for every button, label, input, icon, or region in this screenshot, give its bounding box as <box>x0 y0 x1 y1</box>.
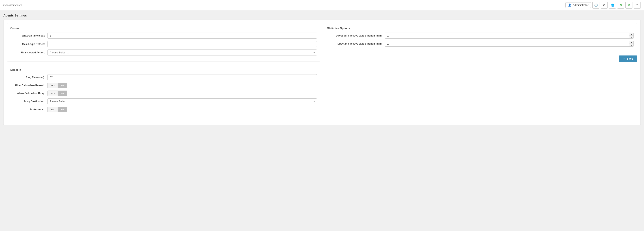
busy-dest-label: Busy Destination: <box>10 100 48 103</box>
unanswered-label: Unanswered Action: <box>10 51 48 54</box>
max-login-label: Max. Login Retries: <box>10 43 48 46</box>
busy-dest-select[interactable]: Please Select ... <box>48 98 317 104</box>
allow-paused-row: Allow Calls when Paused: Yes No <box>10 83 317 88</box>
two-col-layout: General Wrap-up time (sec): Max. Login R… <box>7 23 637 121</box>
direct-in-section-title: Direct In <box>10 68 317 71</box>
help-icon: ? <box>636 3 638 7</box>
direct-in-eff-label: Direct in effective calls duration (min)… <box>327 42 385 45</box>
allow-paused-toggle: Yes No <box>48 83 67 88</box>
general-section-title: General <box>10 27 317 30</box>
wrapup-input[interactable] <box>48 32 317 38</box>
refresh-green-icon: ↻ <box>620 3 622 7</box>
allow-busy-label: Allow Calls when Busy: <box>10 92 48 95</box>
refresh-green-button[interactable]: ↻ <box>617 2 624 9</box>
save-button[interactable]: ✓ Save <box>619 55 637 62</box>
user-icon: 👤 <box>568 3 571 6</box>
clock-icon: 🕐 <box>594 3 598 7</box>
admin-button[interactable]: 👤 Administrator <box>565 2 591 8</box>
ring-time-input[interactable] <box>48 74 317 80</box>
direct-in-decrement-button[interactable]: ▼ <box>629 44 634 46</box>
wrapup-row: Wrap-up time (sec): <box>10 32 317 38</box>
allow-busy-row: Allow Calls when Busy: Yes No <box>10 91 317 96</box>
direct-out-spinner: ▲ ▼ <box>385 32 634 38</box>
unanswered-select[interactable]: Please Select ... <box>48 49 317 55</box>
gear-icon: ⚙ <box>603 3 606 7</box>
allow-paused-label: Allow Calls when Paused: <box>10 84 48 87</box>
allow-busy-toggle: Yes No <box>48 91 67 96</box>
navbar: ContactCenter ▾ 👤 Administrator 🕐 ⚙ 🌐 ↻ … <box>0 0 644 10</box>
voicemail-yes-button[interactable]: Yes <box>48 107 58 112</box>
help-button[interactable]: ? <box>634 2 641 9</box>
allow-paused-yes-button[interactable]: Yes <box>48 83 58 88</box>
direct-in-spinner: ▲ ▼ <box>385 41 634 47</box>
brand-name: ContactCenter <box>3 3 564 7</box>
save-section: ✓ Save <box>324 55 637 62</box>
direct-in-row: Direct in effective calls duration (min)… <box>327 41 634 47</box>
allow-busy-no-button[interactable]: No <box>58 91 67 96</box>
direct-in-input[interactable] <box>385 41 629 46</box>
max-login-input[interactable] <box>48 41 317 47</box>
voicemail-no-button[interactable]: No <box>58 107 67 112</box>
admin-label: Administrator <box>572 3 588 6</box>
direct-in-spinner-btns: ▲ ▼ <box>629 41 634 46</box>
page-content: Agents Settings General Wrap-up time (se… <box>0 10 644 128</box>
right-column: Statistics Options Direct out effective … <box>324 23 637 121</box>
statistics-section-title: Statistics Options <box>327 27 634 30</box>
busy-dest-select-wrapper: Please Select ... ▾ <box>48 98 317 104</box>
unanswered-row: Unanswered Action: Please Select ... ▾ <box>10 49 317 55</box>
clock-icon-button[interactable]: 🕐 <box>592 2 600 9</box>
refresh-outline-button[interactable]: ↺ <box>626 2 632 9</box>
direct-out-spinner-btns: ▲ ▼ <box>629 33 634 38</box>
statistics-section: Statistics Options Direct out effective … <box>324 23 637 52</box>
busy-dest-row: Busy Destination: Please Select ... ▾ <box>10 98 317 104</box>
save-checkmark-icon: ✓ <box>623 57 625 60</box>
max-login-row: Max. Login Retries: <box>10 41 317 47</box>
allow-paused-no-button[interactable]: No <box>58 83 67 88</box>
refresh-outline-icon: ↺ <box>628 3 630 7</box>
page-title: Agents Settings <box>3 14 641 17</box>
general-section: General Wrap-up time (sec): Max. Login R… <box>7 23 320 61</box>
globe-icon: 🌐 <box>611 3 614 7</box>
settings-icon-button[interactable]: ⚙ <box>601 2 608 9</box>
direct-out-row: Direct out effective calls duration (min… <box>327 32 634 38</box>
direct-out-input[interactable] <box>385 33 629 38</box>
navbar-right: 👤 Administrator 🕐 ⚙ 🌐 ↻ ↺ ? <box>565 2 641 9</box>
voicemail-row: Is Voicemail: Yes No <box>10 107 317 112</box>
direct-in-section: Direct In Ring Time (sec): Allow Calls w… <box>7 65 320 118</box>
direct-in-increment-button[interactable]: ▲ <box>629 41 634 44</box>
direct-out-decrement-button[interactable]: ▼ <box>629 36 634 38</box>
unanswered-select-wrapper: Please Select ... ▾ <box>48 49 317 55</box>
voicemail-toggle: Yes No <box>48 107 67 112</box>
ring-time-label: Ring Time (sec): <box>10 76 48 79</box>
left-column: General Wrap-up time (sec): Max. Login R… <box>7 23 320 121</box>
main-card: General Wrap-up time (sec): Max. Login R… <box>3 19 641 125</box>
ring-time-row: Ring Time (sec): <box>10 74 317 80</box>
direct-out-increment-button[interactable]: ▲ <box>629 33 634 36</box>
save-label: Save <box>627 57 633 60</box>
allow-busy-yes-button[interactable]: Yes <box>48 91 58 96</box>
wrapup-label: Wrap-up time (sec): <box>10 34 48 37</box>
voicemail-label: Is Voicemail: <box>10 108 48 111</box>
direct-out-label: Direct out effective calls duration (min… <box>327 34 385 37</box>
globe-icon-button[interactable]: 🌐 <box>609 2 616 9</box>
